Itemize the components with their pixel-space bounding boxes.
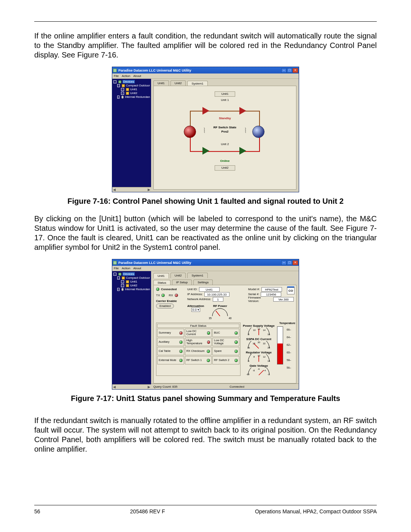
co-badge: CO xyxy=(287,287,295,294)
fault-external-mute: External Mute xyxy=(157,356,184,364)
subtab-ipsetup[interactable]: IP Setup xyxy=(172,280,192,285)
label-online: Online xyxy=(154,159,296,163)
para-3: If the redundant switch is manually rota… xyxy=(34,416,377,454)
footer-doc: 205486 REV F xyxy=(130,508,165,514)
window-title: Paradise Datacom LLC Universal M&C Utili… xyxy=(118,69,280,72)
tab-unit1[interactable]: Unit1 xyxy=(153,273,169,278)
ip-address-value: 10.100.225.33 xyxy=(204,292,229,297)
subtab-status[interactable]: Status xyxy=(153,280,170,285)
fault-high-temperature: High Temperature xyxy=(185,338,212,346)
svg-text:14: 14 xyxy=(263,329,266,331)
app-icon xyxy=(113,69,117,72)
fault-status-box: Fault Status Summary Low DC Current BUC … xyxy=(156,323,241,376)
amp-unit1-right[interactable] xyxy=(239,107,246,115)
menu-action[interactable]: Action xyxy=(122,267,130,270)
svg-text:14: 14 xyxy=(268,360,270,362)
window-title: Paradise Datacom LLC Universal M&C Utili… xyxy=(118,261,280,265)
svg-text:12: 12 xyxy=(263,356,266,358)
svg-text:24: 24 xyxy=(268,347,270,349)
svg-text:10: 10 xyxy=(253,329,256,331)
svg-text:8: 8 xyxy=(248,333,250,335)
fault-buc: BUC xyxy=(212,329,239,337)
amp-unit2-right[interactable] xyxy=(239,147,246,155)
svg-text:16: 16 xyxy=(247,347,250,349)
svg-text:-10: -10 xyxy=(246,373,250,375)
menu-file[interactable]: File xyxy=(114,74,119,78)
tab-unit1[interactable]: Unit1 xyxy=(153,80,169,86)
system-canvas: Unit1 Unit 1 Standby RF Switch State Pos… xyxy=(153,86,296,190)
device-tree[interactable]: –Devices –Compact Outdoor –Unit1 –Unit2 … xyxy=(112,79,151,192)
footer-page: 56 xyxy=(34,508,40,514)
label-temperature: Temperature xyxy=(279,322,295,324)
menu-about[interactable]: About xyxy=(133,267,141,270)
tree-scrollbar[interactable]: ◀▶ xyxy=(112,187,151,192)
close-button[interactable]: × xyxy=(293,260,298,265)
system-unit2-button[interactable]: Unit2 xyxy=(215,165,235,171)
svg-text:-6: -6 xyxy=(258,368,260,370)
svg-line-19 xyxy=(259,370,264,375)
svg-text:20: 20 xyxy=(258,341,260,343)
maximize-button[interactable]: □ xyxy=(287,68,292,73)
gauge-psv: 810121416 xyxy=(246,328,271,336)
menu-action[interactable]: Action xyxy=(122,74,130,78)
close-button[interactable]: × xyxy=(293,68,298,73)
titlebar: Paradise Datacom LLC Universal M&C Utili… xyxy=(112,67,299,73)
svg-text:10: 10 xyxy=(258,355,260,357)
svg-text:18: 18 xyxy=(253,342,255,345)
minimize-button[interactable]: – xyxy=(281,260,287,265)
minimize-button[interactable]: – xyxy=(281,68,287,73)
amp-unit2-left[interactable] xyxy=(202,147,209,155)
label-unit2: Unit 2 xyxy=(154,142,296,146)
thermometer: 66– 64– 62– 60– 58– 56– xyxy=(277,326,283,364)
label-standby: Standby xyxy=(154,117,296,120)
caption-fig16: Figure 7-16: Control Panel showing Unit … xyxy=(34,197,377,206)
subtab-settings[interactable]: Settings xyxy=(193,280,213,285)
sphere-right[interactable] xyxy=(252,126,264,138)
tab-unit2[interactable]: Unit2 xyxy=(170,273,186,278)
svg-text:-2: -2 xyxy=(268,373,270,375)
fault-rx-checksum: RX Checksum xyxy=(185,347,212,355)
caption-fig17: Figure 7-17: Unit1 Status panel showing … xyxy=(34,394,377,403)
gauge-regv: 68101214 xyxy=(246,354,271,363)
para-1: If the online amplifier enters a fault c… xyxy=(34,31,377,60)
app-icon xyxy=(113,261,117,265)
menu-file[interactable]: File xyxy=(114,267,119,270)
attenuation-stepper[interactable]: 0.0 ▾ xyxy=(191,308,200,312)
led-tx xyxy=(161,294,165,297)
page-footer: 56 205486 REV F Operations Manual, HPA2,… xyxy=(34,508,377,514)
led-connected xyxy=(156,288,159,291)
carrier-enable-button[interactable]: Enabled xyxy=(156,304,174,308)
system-unit1-button[interactable]: Unit1 xyxy=(215,91,235,97)
tree-scrollbar[interactable]: ◀▶ xyxy=(112,384,151,389)
fault-summary: Summary xyxy=(157,329,184,337)
svg-text:12: 12 xyxy=(258,328,260,330)
device-tree[interactable]: –Devices –Compact Outdoor –Unit1 –Unit2 … xyxy=(112,271,151,389)
gauge-rfpower xyxy=(210,308,229,317)
svg-text:22: 22 xyxy=(263,342,266,345)
tab-system1[interactable]: System1 xyxy=(187,273,207,278)
fault-auxiliary: Auxiliary xyxy=(157,338,184,346)
svg-text:-8: -8 xyxy=(253,369,255,372)
svg-text:8: 8 xyxy=(253,356,255,358)
svg-line-0 xyxy=(216,311,220,316)
coil-left-icon: ⦚ xyxy=(203,127,206,133)
tab-system1[interactable]: System1 xyxy=(187,81,207,86)
statusbar-connection: Connected xyxy=(177,385,296,388)
fault-rfswitch2: RF Switch 2 xyxy=(212,356,239,364)
statusbar-query-count: Query Count: 835 xyxy=(153,385,177,388)
para-2: By clicking on the [Unit1] button (which… xyxy=(34,214,377,252)
fault-lowdc-voltage: Low DC Voltage xyxy=(212,338,239,346)
label-carrier-enable: Carrier Enable xyxy=(156,299,183,303)
maximize-button[interactable]: □ xyxy=(287,260,292,265)
tab-unit2[interactable]: Unit2 xyxy=(170,80,186,86)
label-pos: Pos2 xyxy=(154,130,296,133)
menu-about[interactable]: About xyxy=(133,74,141,78)
label-rfpower: RF Power xyxy=(209,304,231,308)
firmware-value: Ver.300 xyxy=(273,297,294,302)
fault-cal-table: Cal Table xyxy=(157,347,184,355)
statusbar: Query Count: 835 Connected xyxy=(151,383,299,389)
amp-unit1-left[interactable] xyxy=(202,107,209,115)
gauge-gatev: -10-8-6-4-2 xyxy=(246,367,271,376)
led-rx xyxy=(175,294,178,297)
fault-lowdc-current: Low DC Current xyxy=(185,329,212,337)
